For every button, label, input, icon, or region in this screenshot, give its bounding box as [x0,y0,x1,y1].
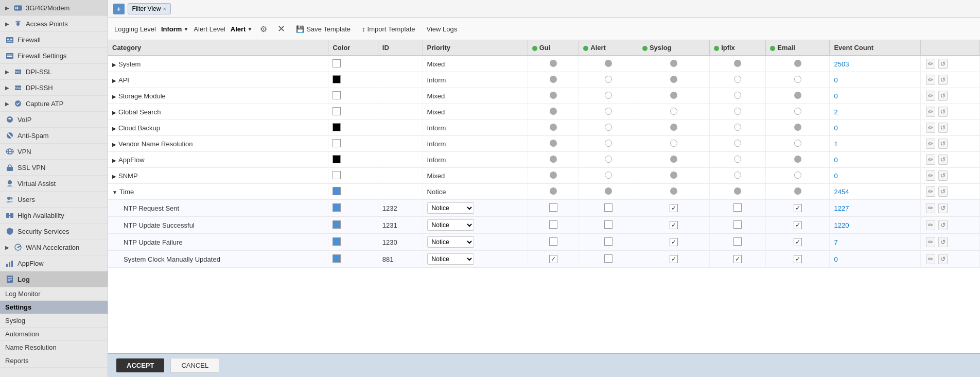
save-template-button[interactable]: 💾 Save Template [293,24,354,34]
gui-checkbox[interactable] [549,255,557,263]
priority-select[interactable]: EmergencyAlertCriticalErrorWarningNotice… [427,202,474,214]
expand-arrow[interactable]: ▶ [112,158,116,163]
reset-icon[interactable]: ↺ [938,220,948,230]
cell-event-count[interactable]: 0 [830,88,921,104]
cell-event-count[interactable]: 2454 [830,184,921,200]
gui-checkbox[interactable] [549,203,557,212]
reset-icon[interactable]: ↺ [938,123,948,133]
event-count-value[interactable]: 0 [834,172,837,180]
cell-event-count[interactable]: 1220 [830,217,921,234]
event-count-value[interactable]: 1 [834,140,837,148]
sidebar-item-dpi-ssh[interactable]: ▶ SSH DPI-SSH [0,80,108,96]
email-checkbox[interactable] [794,255,802,263]
sidebar-item-ssl-vpn[interactable]: SSL VPN [0,160,108,176]
gui-checkbox[interactable] [549,237,557,246]
reset-icon[interactable]: ↺ [938,203,948,213]
expand-arrow[interactable]: ▶ [112,126,116,131]
logging-level-dropdown[interactable]: Inform ▼ [161,25,188,33]
email-checkbox[interactable] [794,238,802,246]
email-checkbox[interactable] [794,204,802,212]
import-template-button[interactable]: ↕ Import Template [359,24,418,34]
sidebar-item-users[interactable]: Users [0,192,108,208]
expand-arrow[interactable]: ▶ [112,78,116,83]
expand-arrow[interactable]: ▶ [112,110,116,115]
cell-event-count[interactable]: 0 [830,152,921,168]
reset-icon[interactable]: ↺ [938,107,948,117]
edit-icon[interactable]: ✏ [926,186,935,197]
edit-icon[interactable]: ✏ [926,203,935,213]
sidebar-sub-settings[interactable]: Settings [0,301,108,314]
ipfix-checkbox[interactable] [733,203,742,212]
edit-icon[interactable]: ✏ [926,220,935,230]
edit-icon[interactable]: ✏ [926,254,935,264]
edit-icon[interactable]: ✏ [926,170,935,181]
syslog-checkbox[interactable] [670,204,678,212]
color-swatch[interactable] [332,254,341,263]
ipfix-checkbox[interactable] [733,237,742,246]
event-count-value[interactable]: 0 [834,156,837,164]
ipfix-checkbox[interactable] [733,220,742,229]
sidebar-item-voip[interactable]: VoIP [0,112,108,128]
reset-icon[interactable]: ↺ [938,254,948,264]
expand-arrow[interactable]: ▶ [112,62,116,67]
cell-event-count[interactable]: 2503 [830,56,921,72]
sidebar-sub-syslog[interactable]: Syslog [0,314,108,328]
sidebar-item-appflow[interactable]: AppFlow [0,255,108,271]
syslog-checkbox[interactable] [670,221,678,229]
alert-checkbox[interactable] [604,237,612,246]
event-count-value[interactable]: 0 [834,76,837,84]
settings-icon[interactable]: ⚙ [257,23,270,35]
expand-arrow[interactable]: ▼ [112,190,117,195]
alert-checkbox[interactable] [604,203,612,212]
sidebar-item-3g4g-modem[interactable]: ▶ 3G/4G/Modem [0,0,108,16]
sidebar-sub-log-monitor[interactable]: Log Monitor [0,287,108,301]
edit-icon[interactable]: ✏ [926,107,935,117]
expand-arrow[interactable]: ▶ [112,174,116,179]
edit-icon[interactable]: ✏ [926,237,935,247]
cell-event-count[interactable]: 1 [830,136,921,152]
accept-button[interactable]: ACCEPT [116,358,164,372]
sidebar-item-vpn[interactable]: VPN [0,144,108,160]
edit-icon[interactable]: ✏ [926,139,935,149]
sidebar-item-virtual-assist[interactable]: Virtual Assist [0,176,108,192]
edit-icon[interactable]: ✏ [926,75,935,85]
reset-icon[interactable]: ↺ [938,170,948,181]
cell-event-count[interactable]: 2 [830,104,921,120]
filter-add-button[interactable]: + [113,4,125,14]
reset-icon[interactable]: ↺ [938,155,948,165]
reset-icon[interactable]: ↺ [938,237,948,247]
edit-icon[interactable]: ✏ [926,123,935,133]
sidebar-item-high-availability[interactable]: High Availability [0,208,108,224]
alert-checkbox[interactable] [604,254,612,263]
event-count-value[interactable]: 2454 [834,188,849,196]
sidebar-item-security-services[interactable]: Security Services [0,224,108,239]
priority-select[interactable]: EmergencyAlertCriticalErrorWarningNotice… [427,253,474,265]
color-swatch[interactable] [332,237,341,246]
cell-event-count[interactable]: 0 [830,72,921,88]
ipfix-checkbox[interactable] [733,255,742,263]
sidebar-sub-reports[interactable]: Reports [0,354,108,368]
event-count-value[interactable]: 1220 [834,221,849,229]
event-count-value[interactable]: 0 [834,92,837,100]
sidebar-item-access-points[interactable]: ▶ Access Points [0,16,108,32]
gui-checkbox[interactable] [549,220,557,229]
sidebar-item-capture-atp[interactable]: ▶ Capture ATP [0,96,108,112]
sidebar-item-dpi-ssl[interactable]: ▶ SSL DPI-SSL [0,64,108,80]
view-logs-button[interactable]: View Logs [424,24,461,34]
expand-arrow[interactable]: ▶ [112,94,116,99]
sidebar-item-firewall[interactable]: Firewall [0,32,108,48]
filter-close-icon[interactable]: × [163,6,166,12]
event-count-value[interactable]: 0 [834,255,837,263]
edit-icon[interactable]: ✏ [926,59,935,69]
syslog-checkbox[interactable] [670,238,678,246]
reset-icon[interactable]: ↺ [938,59,948,69]
reset-icon[interactable]: ↺ [938,186,948,197]
cell-event-count[interactable]: 0 [830,120,921,136]
syslog-checkbox[interactable] [670,255,678,263]
edit-icon[interactable]: ✏ [926,91,935,101]
priority-select[interactable]: EmergencyAlertCriticalErrorWarningNotice… [427,219,474,231]
filter-view-button[interactable]: Filter View × [128,3,171,14]
email-checkbox[interactable] [794,221,802,229]
sidebar-item-wan-acceleration[interactable]: ▶ WAN Acceleration [0,239,108,255]
cancel-button[interactable]: CANCEL [170,358,219,373]
